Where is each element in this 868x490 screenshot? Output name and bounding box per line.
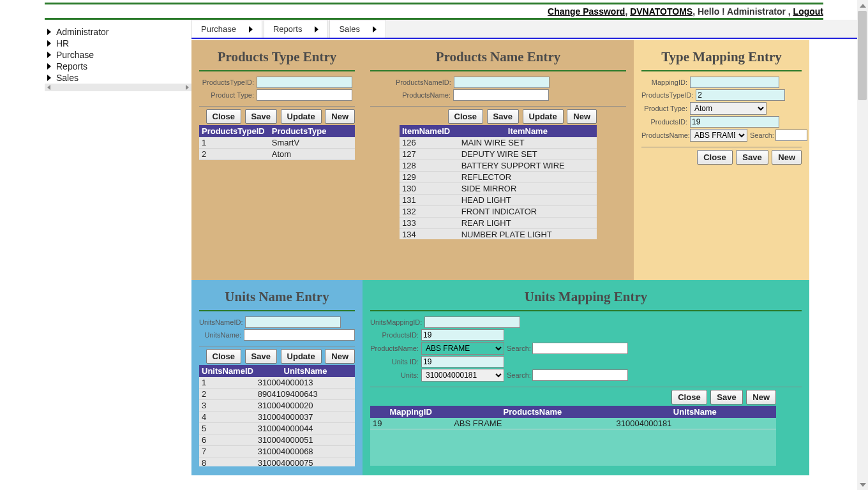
units-mapping-panel: Units Mapping Entry UnitsMappingID: Prod…	[363, 280, 809, 475]
sidebar: Administrator HR Purchase Reports Sales	[45, 20, 191, 475]
products-type-id-input[interactable]	[257, 77, 352, 88]
close-button[interactable]: Close	[206, 349, 241, 364]
search-products-input[interactable]	[532, 343, 628, 354]
table-row[interactable]: 129REFLECTOR	[400, 172, 597, 183]
search-units-input[interactable]	[532, 369, 628, 381]
table-row[interactable]: 126MAIN WIRE SET	[400, 137, 597, 149]
units-name-table-head: UnitsNameID UnitsName	[199, 365, 355, 377]
products-id-input[interactable]	[690, 116, 779, 128]
units-name-id-input[interactable]	[245, 316, 341, 328]
save-button[interactable]: Save	[736, 150, 768, 165]
caret-right-icon	[315, 26, 318, 33]
table-row[interactable]: 133REAR LIGHT	[400, 218, 597, 229]
caret-right-icon	[373, 26, 377, 33]
mapping-id-input[interactable]	[690, 77, 779, 88]
search-input[interactable]	[775, 130, 807, 141]
panel-title: Type Mapping Entry	[641, 45, 802, 70]
units-name-panel: Units Name Entry UnitsNameID: UnitsName:…	[191, 280, 363, 475]
units-id-input[interactable]	[421, 356, 504, 368]
close-button[interactable]: Close	[206, 109, 241, 124]
caret-left-icon[interactable]	[47, 85, 50, 90]
products-name-table-head: ItemNameID ItemName	[400, 125, 597, 137]
sidebar-item-sales[interactable]: Sales	[45, 72, 191, 84]
caret-right-icon	[47, 75, 51, 81]
units-mapping-table-head: MappingID ProductsName UnitsName	[370, 406, 776, 418]
product-type-input[interactable]	[257, 89, 352, 101]
products-name-select[interactable]: ABS FRAME	[421, 342, 504, 355]
table-row[interactable]: 8310004000075	[199, 457, 355, 467]
sidebar-item-purchase[interactable]: Purchase	[45, 49, 191, 61]
units-mapping-table[interactable]: 19ABS FRAME310004000181	[370, 418, 776, 429]
table-row[interactable]: 28904109400643	[199, 389, 355, 400]
table-row[interactable]: 5310004000044	[199, 423, 355, 434]
close-button[interactable]: Close	[671, 390, 707, 405]
new-button[interactable]: New	[567, 109, 597, 124]
sidebar-scroll-footer	[45, 84, 191, 91]
caret-right-icon	[47, 29, 51, 35]
table-row[interactable]: 6310004000051	[199, 434, 355, 446]
type-mapping-scroll[interactable]	[641, 166, 802, 271]
header-links: Change Password, DVNATOTOMS, Hello ! Adm…	[0, 4, 868, 18]
table-row[interactable]: 127DEPUTY WIRE SET	[400, 149, 597, 160]
products-type-id-input[interactable]	[696, 89, 785, 101]
products-name-input[interactable]	[453, 89, 549, 101]
products-type-panel: Products Type Entry ProductsTypeID: Prod…	[191, 40, 363, 280]
table-row[interactable]: 7310004000068	[199, 446, 355, 457]
scroll-thumb[interactable]	[858, 11, 867, 100]
sidebar-item-reports[interactable]: Reports	[45, 61, 191, 72]
caret-right-icon	[47, 63, 51, 70]
table-row[interactable]: 1SmartV	[199, 137, 355, 149]
table-row[interactable]: 132FRONT INDICATOR	[400, 206, 597, 218]
table-row[interactable]: 134NUMBER PLATE LIGHT	[400, 229, 597, 240]
products-type-table[interactable]: ProductsTypeID ProductsType 1SmartV2Atom	[199, 125, 355, 160]
new-button[interactable]: New	[746, 390, 776, 405]
update-button[interactable]: Update	[523, 109, 564, 124]
page-scrollbar[interactable]	[857, 0, 868, 475]
caret-right-icon[interactable]	[186, 85, 189, 90]
app-name-link[interactable]: DVNATOTOMS	[630, 6, 692, 17]
sidebar-item-hr[interactable]: HR	[45, 38, 191, 49]
caret-right-icon	[47, 52, 51, 58]
logout-link[interactable]: Logout	[793, 6, 823, 17]
units-mapping-id-input[interactable]	[424, 316, 520, 328]
top-menu-bar: Purchase Reports Sales	[191, 20, 868, 39]
save-button[interactable]: Save	[487, 109, 519, 124]
panel-title: Products Name Entry	[370, 45, 626, 70]
caret-right-icon	[249, 26, 253, 33]
tab-sales[interactable]: Sales	[329, 20, 386, 38]
save-button[interactable]: Save	[710, 390, 742, 405]
tab-reports[interactable]: Reports	[264, 20, 329, 38]
table-row[interactable]: 130SIDE MIRROR	[400, 183, 597, 195]
table-row[interactable]: 2Atom	[199, 149, 355, 160]
update-button[interactable]: Update	[281, 349, 322, 364]
sidebar-item-administrator[interactable]: Administrator	[45, 26, 191, 38]
new-button[interactable]: New	[325, 349, 355, 364]
products-name-select[interactable]: ABS FRAME	[690, 129, 747, 142]
products-name-panel: Products Name Entry ProductsNameID: Prod…	[363, 40, 634, 280]
caret-right-icon	[47, 40, 51, 47]
save-button[interactable]: Save	[245, 109, 277, 124]
table-row[interactable]: 19ABS FRAME310004000181	[370, 418, 776, 429]
units-name-table[interactable]: 1310004000013289041094006433310004000020…	[199, 377, 355, 466]
close-button[interactable]: Close	[697, 150, 732, 165]
save-button[interactable]: Save	[245, 349, 277, 364]
panel-title: Products Type Entry	[199, 45, 355, 70]
product-type-select[interactable]: Atom	[690, 102, 767, 115]
products-name-table[interactable]: 126MAIN WIRE SET127DEPUTY WIRE SET128BAT…	[400, 137, 597, 239]
update-button[interactable]: Update	[281, 109, 322, 124]
new-button[interactable]: New	[772, 150, 802, 165]
products-id-input[interactable]	[421, 329, 504, 341]
new-button[interactable]: New	[325, 109, 355, 124]
units-name-input[interactable]	[244, 329, 355, 341]
products-name-id-input[interactable]	[454, 77, 550, 88]
table-row[interactable]: 128BATTERY SUPPORT WIRE	[400, 160, 597, 172]
table-row[interactable]: 4310004000037	[199, 412, 355, 423]
table-row[interactable]: 131HEAD LIGHT	[400, 195, 597, 206]
change-password-link[interactable]: Change Password	[548, 6, 625, 17]
table-row[interactable]: 1310004000013	[199, 377, 355, 389]
units-select[interactable]: 310004000181	[421, 369, 504, 382]
panel-title: Units Name Entry	[199, 285, 355, 310]
tab-purchase[interactable]: Purchase	[191, 20, 262, 38]
table-row[interactable]: 3310004000020	[199, 400, 355, 412]
close-button[interactable]: Close	[448, 109, 483, 124]
